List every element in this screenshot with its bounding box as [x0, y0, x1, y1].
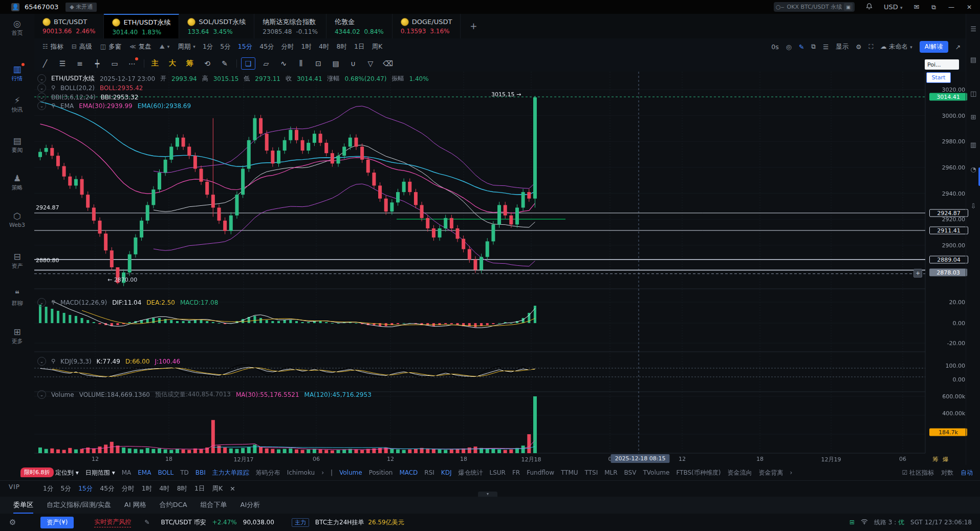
bottom-period-8时[interactable]: 8时 [177, 484, 187, 493]
horizontal-ray-icon[interactable]: ┿ [91, 58, 104, 69]
edit-pencil-icon[interactable]: ✎ [144, 519, 149, 526]
bottom-tab-合约DCA[interactable]: 合约DCA [160, 500, 187, 514]
indicator-MA[interactable]: MA [122, 469, 132, 476]
axis-label-2889.04[interactable]: 2889.04 [929, 256, 968, 264]
indicator-TTSI[interactable]: TTSI [585, 469, 598, 476]
more-tools-icon[interactable]: ⋯ [125, 58, 139, 69]
close-period-button[interactable]: ✕ [230, 485, 235, 493]
add-symbol-button[interactable]: + [470, 21, 477, 31]
minimize-icon[interactable]: — [948, 4, 954, 11]
pattern-icon[interactable]: ⫼ [294, 58, 308, 69]
period-8时[interactable]: 8时 [337, 43, 347, 51]
lock-icon[interactable]: ⊡ [312, 58, 325, 69]
volume-profile-tool[interactable]: ⛰▾ [160, 43, 170, 50]
bottom-period-1日[interactable]: 1日 [194, 484, 205, 493]
filter-icon[interactable]: ▽ [364, 58, 377, 69]
display-toggle[interactable]: 显示 [836, 43, 848, 51]
main-chart-canvas[interactable] [34, 72, 966, 465]
axis-label-2878.03[interactable]: 2878.03 [929, 269, 967, 277]
collapse-caret-icon[interactable]: ⌄ [37, 83, 46, 92]
symbol-tab-SOL/USDT永续[interactable]: SOL/USDT永续133.643.45% [179, 14, 254, 38]
main-chart-toggle[interactable]: 主 [148, 58, 162, 69]
refresh-timer[interactable]: 0s [771, 43, 778, 51]
period-15分[interactable]: 15分 [238, 43, 252, 51]
sidebar-item-群聊[interactable]: ❝群聊 [0, 289, 34, 307]
collapse-caret-icon[interactable]: ⌄ [37, 74, 46, 83]
settings-icon[interactable]: ⚙ [856, 43, 861, 51]
bottom-period-分时[interactable]: 分时 [122, 484, 135, 493]
bottom-period-1时[interactable]: 1时 [142, 484, 152, 493]
indicator-right-对数[interactable]: 对数 [941, 469, 953, 477]
line-status[interactable]: 线路 3 : 优 [874, 518, 904, 527]
indicator-Volume[interactable]: Volume [339, 469, 362, 476]
indicator-LSUR[interactable]: LSUR [490, 469, 506, 476]
list-icon[interactable]: ☰ [823, 43, 829, 51]
alert-bell-icon[interactable]: ⚲ [51, 299, 55, 306]
indicator-Fundflow[interactable]: Fundflow [527, 469, 554, 476]
indicator-TD[interactable]: TD [180, 469, 189, 476]
note-icon[interactable]: ▤ [329, 58, 342, 69]
close-icon[interactable]: ✕ [967, 4, 972, 11]
download-panel-icon[interactable]: ⇩ [969, 202, 977, 210]
sidebar-item-更多[interactable]: ⊞更多 [0, 327, 34, 345]
indicator-›[interactable]: › [790, 469, 792, 476]
indicator-Ichimoku[interactable]: Ichimoku [287, 469, 315, 476]
edit-icon[interactable]: ✎ [799, 43, 804, 51]
period-1分[interactable]: 1分 [203, 43, 213, 51]
indicator-MACD[interactable]: MACD [399, 469, 418, 476]
bottom-period-15分[interactable]: 15分 [78, 484, 93, 493]
indicator-FR[interactable]: FR [512, 469, 520, 476]
bottom-tab-组合下单[interactable]: 组合下单 [201, 500, 227, 514]
alert-bell-icon[interactable]: ⚲ [51, 102, 55, 109]
indicator-BSV[interactable]: BSV [624, 469, 637, 476]
bottom-tab-AI 网格[interactable]: AI 网格 [124, 500, 146, 514]
collapse-caret-icon[interactable]: ⌄ [37, 298, 46, 307]
popout-icon[interactable]: ⧉ [931, 4, 936, 11]
chip-button-筹[interactable]: 筹 [932, 456, 939, 463]
indicator-MLR[interactable]: MLR [604, 469, 617, 476]
indicator-RSI[interactable]: RSI [424, 469, 434, 476]
orderbook-panel-icon[interactable]: ▤ [969, 56, 977, 63]
indicator-EMA[interactable]: EMA [138, 469, 151, 476]
sidebar-item-快讯[interactable]: ⚡快讯 [0, 95, 34, 114]
grid-status-icon[interactable]: ⊞ [850, 519, 855, 526]
eye-icon[interactable]: ◎ [786, 43, 792, 51]
chip-button-爆[interactable]: 爆 [943, 456, 949, 463]
toolbar-item-指标[interactable]: ☷指标 [42, 43, 63, 51]
axis-label-2911.41[interactable]: 2911.41 [929, 227, 968, 235]
indicator-爆仓统计[interactable]: 爆仓统计 [459, 469, 483, 477]
sidebar-item-Web3[interactable]: ⬡Web3 [0, 211, 34, 228]
period-1时[interactable]: 1时 [301, 43, 312, 51]
symbol-tab-ETH/USDT永续[interactable]: ETH/USDT永续3014.401.83% [104, 14, 179, 38]
grid-panel-icon[interactable]: ⊞ [969, 113, 977, 121]
indicator-BBI[interactable]: BBI [195, 469, 206, 476]
history-panel-icon[interactable]: ◔ [969, 165, 977, 173]
symbol-tab-DOGE/USDT[interactable]: DOGE/USDT0.135933.16% [393, 14, 461, 38]
symbol-tab-伦敦金[interactable]: 伦敦金4344.020.84% [326, 14, 393, 38]
sidebar-item-资产[interactable]: ⊟资产 [0, 251, 34, 270]
bottom-tab-自定义指标/回测/实盘[interactable]: 自定义指标/回测/实盘 [47, 500, 111, 514]
indicator-right-自动[interactable]: 自动 [961, 469, 973, 477]
bottom-period-4时[interactable]: 4时 [159, 484, 169, 493]
trash-icon[interactable]: ⌫ [381, 58, 395, 69]
chart-panel-icon[interactable]: ◫ [969, 90, 977, 97]
main-force-badge[interactable]: 主力 [292, 518, 309, 527]
indicator-TTMU[interactable]: TTMU [561, 469, 578, 476]
camera-icon[interactable]: ▣ [844, 3, 853, 11]
indicator-筹码分布[interactable]: 筹码分布 [256, 469, 280, 477]
promo-badge[interactable]: 限时6.8折 [20, 468, 54, 477]
share-icon[interactable]: ↗ [955, 43, 961, 51]
parallel-channel-icon[interactable]: ☰ [56, 58, 69, 69]
layout-selector[interactable]: ☁ 未命名 ▾ [880, 43, 912, 51]
cycle-menu[interactable]: 周期▾ [178, 43, 195, 51]
asset-button[interactable]: 资产(¥) [40, 517, 74, 528]
collapse-caret-icon[interactable]: ⌄ [37, 357, 46, 366]
indicator-资金背离[interactable]: 资金背离 [758, 469, 783, 477]
indicator-FTBS(币种维度)[interactable]: FTBS(币种维度) [676, 469, 721, 477]
period-分时[interactable]: 分时 [281, 43, 294, 51]
trend-line-icon[interactable]: ╱ [38, 58, 52, 69]
marker-icon[interactable]: ✎ [218, 58, 231, 69]
snapshot-icon[interactable]: ⧉ [811, 43, 816, 51]
sidebar-item-行情[interactable]: ▥行情 [0, 64, 34, 82]
indicator-资金流向[interactable]: 资金流向 [727, 469, 752, 477]
